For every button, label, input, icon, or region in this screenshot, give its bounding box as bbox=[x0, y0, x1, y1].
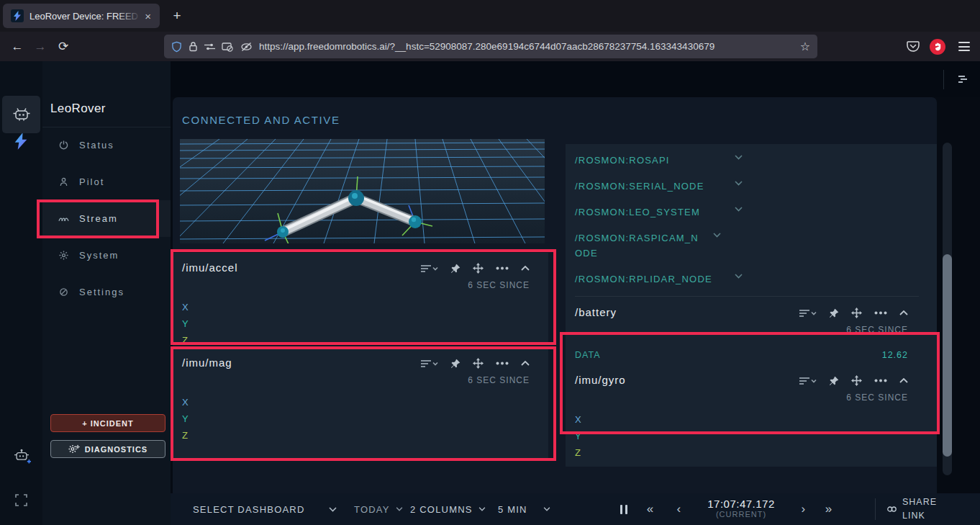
pin-icon[interactable] bbox=[450, 264, 460, 274]
step-forward-button[interactable]: › bbox=[795, 493, 812, 525]
columns-dropdown[interactable]: 2 COLUMNS bbox=[410, 493, 486, 525]
collapse-icon[interactable] bbox=[899, 310, 908, 315]
more-options-icon[interactable] bbox=[496, 362, 509, 365]
fullscreen-icon[interactable] bbox=[15, 494, 27, 506]
diagnostics-button[interactable]: DIAGNOSTICS bbox=[50, 440, 165, 458]
move-icon[interactable] bbox=[473, 263, 484, 274]
back-button[interactable]: ← bbox=[6, 37, 29, 57]
skip-forward-button[interactable]: » bbox=[820, 493, 838, 525]
pocket-icon[interactable] bbox=[907, 40, 920, 53]
battery-data-label: DATA bbox=[575, 350, 600, 360]
pin-icon[interactable] bbox=[450, 359, 460, 369]
url-bar[interactable]: https://app.freedomrobotics.ai/?__hstc=5… bbox=[164, 35, 817, 58]
forward-button[interactable]: → bbox=[29, 37, 52, 57]
more-options-icon[interactable] bbox=[874, 311, 887, 315]
sidebar-item-status[interactable]: Status bbox=[42, 127, 171, 163]
stream-icon bbox=[58, 215, 69, 223]
device-name: LeoRover bbox=[50, 102, 106, 116]
sidebar-item-system[interactable]: System bbox=[42, 237, 171, 274]
dashboard-bottom-bar: SELECT DASHBOARD TODAY 2 COLUMNS 5 MIN «… bbox=[171, 493, 980, 525]
chevron-down-icon bbox=[396, 507, 403, 511]
bookmark-star-icon[interactable]: ☆ bbox=[800, 40, 810, 53]
camera-blocked-icon[interactable] bbox=[240, 42, 253, 52]
top-strip-divider bbox=[943, 70, 944, 89]
lock-icon[interactable] bbox=[189, 41, 198, 52]
select-dashboard-dropdown[interactable]: SELECT DASHBOARD bbox=[193, 493, 337, 525]
add-device-icon[interactable] bbox=[12, 447, 31, 465]
reload-button[interactable]: ⟳ bbox=[52, 37, 75, 57]
sidebar-item-label: Settings bbox=[79, 287, 124, 297]
pin-icon[interactable] bbox=[829, 308, 839, 318]
autoplay-blocked-icon[interactable] bbox=[222, 42, 234, 52]
columns-label: 2 COLUMNS bbox=[410, 504, 473, 515]
collapse-icon[interactable] bbox=[899, 378, 908, 383]
chevron-down-icon[interactable] bbox=[735, 155, 743, 160]
new-tab-button[interactable]: + bbox=[168, 6, 186, 25]
share-link-button[interactable]: SHARE LINK bbox=[887, 493, 944, 525]
pin-icon[interactable] bbox=[829, 376, 839, 386]
panel-title: /imu/mag bbox=[182, 356, 421, 369]
rosmon-item[interactable]: /ROSMON:ROSAPI bbox=[566, 147, 803, 173]
collapse-icon[interactable] bbox=[521, 361, 530, 366]
share-link-label: SHARE LINK bbox=[902, 495, 944, 523]
system-gear-icon bbox=[58, 251, 69, 260]
rosmon-label: /ROSMON:RPLIDAR_NODE bbox=[575, 274, 712, 284]
incident-button[interactable]: + INCIDENT bbox=[50, 414, 165, 432]
current-time: 17:07:47.172 bbox=[707, 498, 775, 509]
rosmon-item[interactable]: /ROSMON:LEO_SYSTEM bbox=[566, 199, 803, 225]
sidebar-item-pilot[interactable]: Pilot bbox=[42, 163, 171, 200]
panel-imu-gyro: /imu/gyro 6 SEC SINCE X Y Z bbox=[566, 364, 937, 467]
axis-x-label: X bbox=[182, 299, 548, 315]
axis-z-label: Z bbox=[182, 427, 548, 444]
filter-lines-icon[interactable] bbox=[421, 359, 438, 368]
pause-button[interactable] bbox=[620, 493, 627, 525]
panel-since: 6 SEC SINCE bbox=[173, 274, 548, 290]
robot-3d-viewport[interactable] bbox=[180, 139, 545, 243]
tab-close-icon[interactable]: × bbox=[142, 9, 154, 23]
permissions-sliders-icon[interactable] bbox=[204, 42, 215, 51]
rosmon-item[interactable]: /ROSMON:RASPICAM_NODE bbox=[566, 225, 781, 266]
panel-title: /imu/accel bbox=[182, 261, 421, 274]
step-back-button[interactable]: ‹ bbox=[671, 493, 688, 525]
more-options-icon[interactable] bbox=[874, 379, 887, 382]
date-dropdown[interactable]: TODAY bbox=[354, 493, 403, 525]
chevron-down-icon[interactable] bbox=[713, 233, 721, 238]
screen: LeoRover Device: FREED × + ← → ⟳ https:/… bbox=[0, 0, 980, 525]
time-window-label: 5 MIN bbox=[498, 504, 527, 515]
filter-lines-icon[interactable] bbox=[799, 309, 817, 318]
sidebar-item-label: System bbox=[79, 250, 119, 261]
filter-lines-icon[interactable] bbox=[421, 264, 438, 273]
sidebar-item-label: Status bbox=[79, 140, 114, 151]
incident-button-label: + INCIDENT bbox=[82, 419, 133, 428]
date-label: TODAY bbox=[354, 504, 390, 515]
diagnostics-button-label: DIAGNOSTICS bbox=[85, 445, 148, 454]
rosmon-item[interactable]: /ROSMON:RPLIDAR_NODE bbox=[566, 266, 803, 292]
chevron-down-icon[interactable] bbox=[735, 181, 743, 186]
scrollbar-thumb[interactable] bbox=[943, 254, 952, 457]
tracking-shield-icon[interactable] bbox=[171, 41, 182, 53]
timeline-clock[interactable]: 17:07:47.172 (CURRENT) bbox=[687, 493, 795, 525]
browser-tab[interactable]: LeoRover Device: FREED × bbox=[3, 4, 160, 28]
chevron-down-icon[interactable] bbox=[735, 274, 743, 279]
filter-lines-icon[interactable] bbox=[799, 377, 817, 385]
device-robot-icon-selected[interactable] bbox=[2, 96, 40, 133]
collapse-icon[interactable] bbox=[521, 266, 530, 271]
freedom-logo-lightning-icon[interactable] bbox=[14, 133, 28, 150]
menu-hamburger-icon[interactable] bbox=[956, 39, 973, 54]
icon-rail bbox=[0, 61, 42, 525]
chevron-down-icon bbox=[329, 507, 337, 512]
sidebar-item-stream[interactable]: Stream bbox=[42, 200, 171, 237]
link-icon bbox=[887, 506, 897, 512]
rosmon-item[interactable]: /ROSMON:SERIAL_NODE bbox=[566, 173, 803, 199]
sidebar-item-label: Stream bbox=[79, 213, 118, 224]
move-icon[interactable] bbox=[851, 375, 862, 386]
move-icon[interactable] bbox=[851, 308, 862, 318]
sidebar-item-settings[interactable]: Settings bbox=[42, 274, 171, 310]
time-window-dropdown[interactable]: 5 MIN bbox=[498, 493, 550, 525]
chevron-down-icon[interactable] bbox=[735, 207, 743, 212]
layout-filter-icon[interactable] bbox=[956, 75, 967, 84]
blocker-extension-icon[interactable] bbox=[930, 39, 945, 55]
skip-back-button[interactable]: « bbox=[642, 493, 659, 525]
move-icon[interactable] bbox=[473, 358, 484, 369]
more-options-icon[interactable] bbox=[496, 266, 509, 270]
